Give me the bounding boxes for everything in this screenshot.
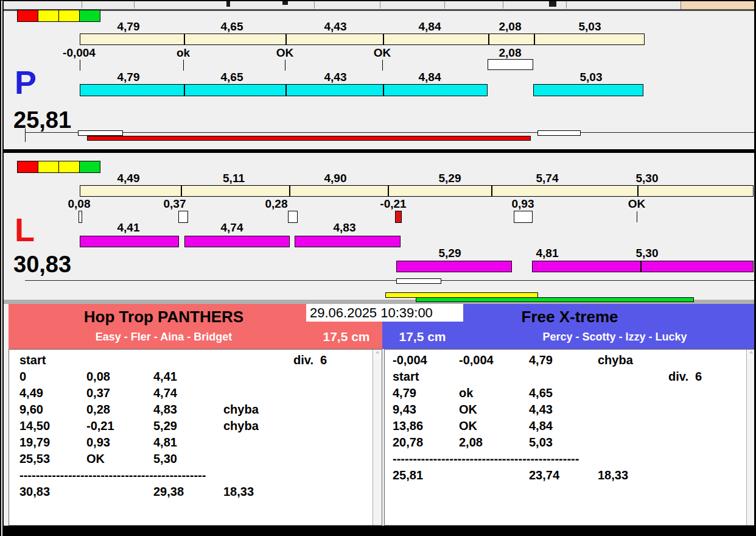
progress-strip-line (25, 280, 756, 281)
team-right-dogs: Percy - Scotty - Izzy - Lucky (542, 331, 687, 344)
team-left-name: Hop Trop PANTHERS (84, 308, 243, 326)
traffic-light-yellow (38, 10, 59, 22)
totals-row: 30,83 29,38 18,33 (9, 485, 382, 501)
right-table-scrollbar[interactable]: ^ (746, 350, 755, 525)
cross-time: OK (86, 452, 105, 466)
cross-time: 0,93 (86, 436, 110, 450)
split-tick (285, 85, 287, 96)
result-row: 14,50 -0,21 5,29 chyba (9, 419, 382, 436)
lane-p-split-label: 4,84 (419, 20, 441, 34)
lane-l-dog-time-label: 5,30 (636, 247, 659, 260)
dog-time: 4,81 (153, 436, 177, 450)
team-left-height: 17,5 cm (323, 330, 369, 344)
dog-time: 5,03 (529, 436, 553, 450)
split-tick (285, 34, 287, 44)
team-clean-time: 29,38 (153, 485, 184, 499)
result-row: 13,86 OK 4,84 (385, 419, 755, 436)
status-mark-line (637, 211, 637, 222)
bottom-black-bar (4, 526, 756, 536)
result-row: 20,78 2,08 5,03 (385, 436, 755, 452)
status-mark-box (79, 211, 82, 223)
toolbar-strip[interactable] (4, 1, 756, 9)
cross-time: 0,37 (86, 386, 110, 400)
status-mark-line (382, 60, 383, 71)
toolbar-separator (380, 1, 380, 9)
cross-time: OK (459, 403, 477, 417)
split-tick (184, 85, 185, 96)
lane-l-split-label: 5,11 (223, 172, 245, 185)
lane-l-dog-bar (295, 236, 401, 247)
split-total: 14,50 (19, 419, 50, 433)
traffic-light-yellow (58, 161, 80, 173)
status-mark-box (178, 211, 188, 223)
team-total-time: 25,81 (393, 468, 423, 482)
split-total: 4,49 (19, 386, 43, 400)
fault-flag: chyba (223, 403, 259, 417)
lane-l-split-bar (80, 185, 754, 197)
result-row: 0 0,08 4,41 (9, 370, 382, 386)
traffic-light-red (17, 10, 38, 22)
progress-marker-box (78, 130, 123, 136)
dog-time: 4,79 (529, 353, 553, 367)
split-tick (388, 186, 389, 196)
lane-l-dog-bar (80, 236, 179, 247)
result-row: -0,004 -0,004 4,79 chyba (385, 353, 755, 370)
clipped-text-glyph (549, 1, 556, 7)
dog-time: 4,41 (153, 370, 177, 384)
split-tick (184, 34, 185, 44)
division-label: div. 6 (293, 353, 327, 367)
lane-l-status-label: -0,21 (380, 197, 406, 211)
team-best-time: 18,33 (598, 468, 628, 482)
team-total-time: 30,83 (19, 485, 50, 499)
split-total: -0,004 (393, 353, 427, 367)
scroll-up-icon[interactable]: ^ (373, 350, 382, 359)
cross-time: -0,004 (459, 353, 494, 367)
split-tick (488, 34, 489, 44)
toolbar-separator (444, 1, 445, 9)
lane-p-status-label: OK (276, 46, 294, 60)
cross-time: 0,08 (86, 370, 110, 384)
split-total: 19,79 (19, 436, 50, 450)
traffic-light-green (79, 10, 100, 22)
cross-time: 2,08 (459, 436, 483, 450)
lane-l-dog-time-label: 5,29 (439, 247, 461, 260)
lane-p-split-label: 4,43 (324, 20, 347, 34)
lane-p-dog-bar (80, 84, 488, 96)
lane-p-dog-bar (533, 84, 643, 96)
lane-l-status-label: OK (628, 197, 646, 211)
lane-l-split-label: 5,74 (536, 172, 559, 185)
left-table-scrollbar[interactable]: ^ (373, 350, 382, 525)
result-row: 4,49 0,37 4,74 (9, 386, 382, 403)
split-total: 13,86 (393, 419, 423, 433)
lane-l-status-label: 0,28 (265, 197, 288, 211)
race-timestamp: 29.06.2025 10:39:00 (306, 304, 463, 322)
lane-p-dog-time-label: 4,43 (324, 71, 347, 84)
dog-time: 4,84 (529, 419, 553, 433)
lane-l-split-label: 5,30 (636, 172, 659, 185)
lane-p-split-label: 4,79 (117, 20, 140, 34)
traffic-light-yellow (38, 161, 59, 173)
progress-marker-box (537, 130, 581, 136)
scroll-up-icon[interactable]: ^ (747, 350, 755, 359)
division-label: div. 6 (668, 370, 702, 384)
lane-p-status-label: OK (374, 46, 391, 60)
dog-time: 4,65 (529, 386, 553, 400)
toolbar-right-panel (681, 1, 756, 9)
toolbar-separator (134, 1, 135, 9)
result-row: 4,79 ok 4,65 (385, 386, 755, 403)
toolbar-separator (82, 1, 82, 9)
team-right-name: Free X-treme (522, 308, 618, 326)
lane-l-dog-bar (396, 261, 512, 272)
lane-l-traffic-light (17, 161, 100, 175)
lane-l-dog-time-label: 4,83 (334, 221, 356, 234)
lane-l-split-label: 4,49 (117, 172, 140, 185)
result-row: 9,60 0,28 4,83 chyba (9, 403, 382, 419)
status-mark-box-fault (395, 211, 402, 223)
traffic-light-green (79, 161, 100, 173)
lane-p-traffic-light (17, 10, 100, 24)
team-right-results-table: -0,004 -0,004 4,79 chyba start div. 6 4,… (384, 349, 756, 526)
cross-time: OK (459, 419, 477, 433)
progress-strip-line (25, 132, 756, 133)
toolbar-bottom-edge (4, 9, 756, 11)
status-mark-box (514, 211, 533, 223)
